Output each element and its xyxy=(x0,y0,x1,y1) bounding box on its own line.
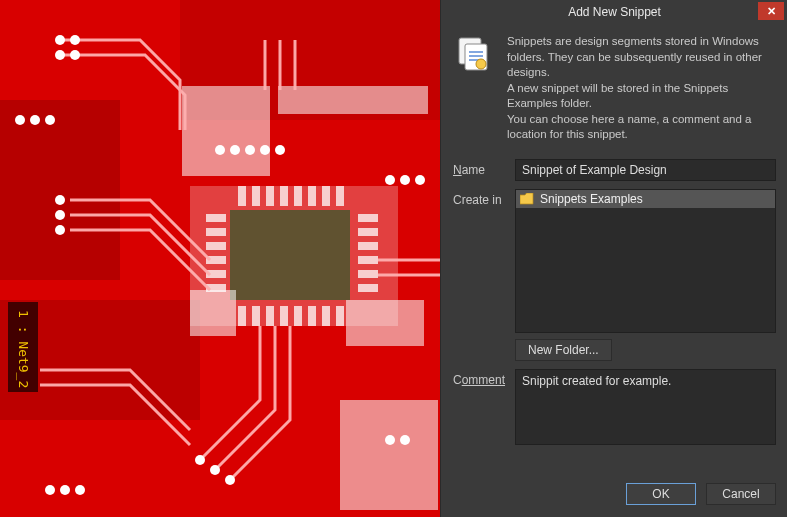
svg-point-42 xyxy=(70,50,80,60)
svg-rect-17 xyxy=(322,186,330,206)
new-folder-button[interactable]: New Folder... xyxy=(515,339,612,361)
svg-rect-38 xyxy=(358,284,378,292)
svg-point-52 xyxy=(30,115,40,125)
comment-input[interactable] xyxy=(515,369,776,445)
svg-point-40 xyxy=(55,50,65,60)
svg-rect-7 xyxy=(230,210,350,300)
svg-point-49 xyxy=(400,175,410,185)
svg-rect-34 xyxy=(358,228,378,236)
svg-point-56 xyxy=(55,225,65,235)
svg-rect-37 xyxy=(358,270,378,278)
svg-rect-36 xyxy=(358,256,378,264)
svg-rect-19 xyxy=(238,306,246,326)
svg-rect-13 xyxy=(266,186,274,206)
dialog-title: Add New Snippet xyxy=(568,5,661,19)
svg-rect-16 xyxy=(308,186,316,206)
svg-rect-10 xyxy=(340,400,438,510)
svg-rect-24 xyxy=(308,306,316,326)
net-label: 1 : Net9_2 xyxy=(16,310,31,388)
ok-button[interactable]: OK xyxy=(626,483,696,505)
tree-item-snippets-examples[interactable]: Snippets Examples xyxy=(516,190,775,208)
svg-rect-25 xyxy=(322,306,330,326)
svg-rect-27 xyxy=(206,214,226,222)
svg-point-59 xyxy=(225,475,235,485)
svg-rect-4 xyxy=(182,86,270,176)
intro-line3: You can choose here a name, a comment an… xyxy=(507,112,776,143)
titlebar: Add New Snippet ✕ xyxy=(441,0,787,24)
svg-rect-5 xyxy=(278,86,428,114)
svg-point-41 xyxy=(70,35,80,45)
svg-point-55 xyxy=(55,210,65,220)
intro-line2: A new snippet will be stored in the Snip… xyxy=(507,81,776,112)
svg-point-63 xyxy=(60,485,70,495)
svg-rect-20 xyxy=(252,306,260,326)
svg-rect-11 xyxy=(238,186,246,206)
svg-point-64 xyxy=(75,485,85,495)
svg-rect-12 xyxy=(252,186,260,206)
svg-point-46 xyxy=(260,145,270,155)
snippets-icon xyxy=(453,34,493,74)
pcb-background: 1 : Net9_2 xyxy=(0,0,440,517)
svg-point-53 xyxy=(45,115,55,125)
close-icon: ✕ xyxy=(767,5,776,18)
svg-point-48 xyxy=(385,175,395,185)
tree-item-label: Snippets Examples xyxy=(540,192,643,206)
svg-rect-28 xyxy=(206,228,226,236)
svg-point-51 xyxy=(15,115,25,125)
svg-rect-1 xyxy=(0,100,120,280)
svg-point-68 xyxy=(476,59,486,69)
svg-rect-29 xyxy=(206,242,226,250)
svg-rect-35 xyxy=(358,242,378,250)
svg-rect-8 xyxy=(190,290,236,336)
svg-rect-21 xyxy=(266,306,274,326)
svg-point-43 xyxy=(215,145,225,155)
createin-label: Create in xyxy=(453,189,515,207)
add-snippet-dialog: Add New Snippet ✕ Snippets are design se… xyxy=(440,0,787,517)
folder-tree[interactable]: Snippets Examples xyxy=(515,189,776,333)
close-button[interactable]: ✕ xyxy=(758,2,784,20)
intro-text: Snippets are design segments stored in W… xyxy=(507,34,776,143)
svg-point-61 xyxy=(400,435,410,445)
svg-point-62 xyxy=(45,485,55,495)
svg-point-54 xyxy=(55,195,65,205)
svg-rect-33 xyxy=(358,214,378,222)
cancel-button[interactable]: Cancel xyxy=(706,483,776,505)
svg-rect-18 xyxy=(336,186,344,206)
svg-point-45 xyxy=(245,145,255,155)
svg-point-44 xyxy=(230,145,240,155)
svg-point-50 xyxy=(415,175,425,185)
svg-point-60 xyxy=(385,435,395,445)
comment-label: Comment xyxy=(453,369,515,387)
svg-rect-9 xyxy=(346,300,424,346)
svg-rect-26 xyxy=(336,306,344,326)
svg-rect-15 xyxy=(294,186,302,206)
name-label: Name xyxy=(453,159,515,177)
svg-point-58 xyxy=(210,465,220,475)
intro-line1: Snippets are design segments stored in W… xyxy=(507,34,776,81)
svg-rect-22 xyxy=(280,306,288,326)
svg-rect-23 xyxy=(294,306,302,326)
svg-point-47 xyxy=(275,145,285,155)
svg-rect-14 xyxy=(280,186,288,206)
svg-point-57 xyxy=(195,455,205,465)
svg-point-39 xyxy=(55,35,65,45)
name-input[interactable] xyxy=(515,159,776,181)
folder-icon xyxy=(520,193,534,205)
